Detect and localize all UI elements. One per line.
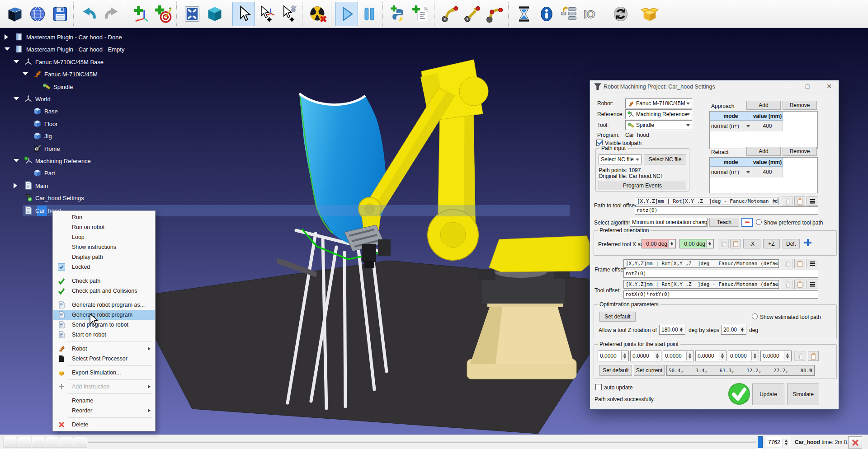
skip-to-start-button[interactable]	[4, 437, 17, 448]
joints-set-current-button[interactable]: Set current	[634, 365, 665, 376]
orientation-y-spinner[interactable]: 0.00 deg	[679, 239, 714, 248]
maximize-button[interactable]: □	[800, 80, 815, 93]
tree-expander-icon[interactable]	[23, 72, 28, 75]
add-python-program-button[interactable]	[387, 2, 410, 26]
approach-add-button[interactable]: Add	[746, 101, 781, 110]
tree-item-car-hood-settings[interactable]: Car_hood Settings	[0, 192, 163, 204]
play-button[interactable]	[335, 2, 358, 26]
tree-item-mastercam-plugin-car-hood-done[interactable]: Mastercam Plugin - Car hood - Done	[0, 31, 163, 43]
tool-offset-menu-button[interactable]	[807, 280, 818, 289]
approach-value-cell[interactable]: 400	[752, 121, 783, 131]
frame-offset-paste-button[interactable]	[794, 259, 805, 268]
tree-item-mastercam-plugin-car-hood-empty[interactable]: Mastercam Plugin - Car hood - Empty	[0, 43, 163, 56]
path-offset-input[interactable]: rotz(0)	[635, 206, 818, 215]
stop-close-button[interactable]	[848, 436, 862, 449]
io-instruction-button[interactable]: IO	[580, 2, 603, 26]
tree-expander-icon[interactable]	[14, 183, 17, 188]
orientation-paste-button[interactable]	[730, 239, 741, 248]
menu-item-generate-robot-program[interactable]: Generate robot program	[53, 310, 155, 320]
remove-orientation-button[interactable]	[741, 218, 753, 227]
spinner-arrows-icon[interactable]	[783, 438, 789, 447]
nc-file-select[interactable]: Select NC file	[599, 154, 642, 164]
skip-to-end-button[interactable]	[60, 437, 73, 448]
minimize-button[interactable]: –	[779, 80, 794, 93]
menu-item-reorder[interactable]: Reorder	[53, 406, 155, 416]
show-preferred-radio[interactable]	[756, 219, 762, 225]
menu-item-run-on-robot[interactable]: Run on robot	[53, 222, 155, 232]
menu-item-delete[interactable]: Delete	[53, 420, 155, 430]
tree-item-floor[interactable]: Floor	[0, 118, 163, 130]
menu-item-show-instructions[interactable]: Show instructions	[53, 242, 155, 252]
show-estimated-radio[interactable]	[752, 313, 758, 319]
spinner-arrows-icon[interactable]	[678, 326, 684, 334]
robot-select[interactable]: Fanuc M-710iC/45M	[625, 98, 692, 108]
frame-offset-format-select[interactable]: [X,Y,Z]mm | Rot[X,Y ,Z ]deg - Fanuc/Moto…	[623, 259, 779, 268]
approach-remove-button[interactable]: Remove	[783, 101, 817, 110]
tree-item-main[interactable]: Main	[0, 180, 163, 192]
orientation-x-spinner[interactable]: 0.00 deg	[642, 239, 676, 248]
tree-expander-icon[interactable]	[5, 47, 10, 51]
frame-offset-menu-button[interactable]	[807, 259, 818, 268]
open-online-library-button[interactable]	[26, 2, 49, 26]
move-tool-cursor-button[interactable]	[278, 2, 300, 26]
add-program-button[interactable]	[410, 2, 432, 26]
spinner-arrows-icon[interactable]	[621, 351, 628, 360]
fast-forward-button[interactable]	[46, 437, 59, 448]
menu-item-generate-robot-program-as-[interactable]: Generate robot program as...	[53, 300, 155, 310]
current-joints-select[interactable]: 50.4, 3.4, -61.3, 12.2, -27.2, -80.3	[666, 365, 815, 376]
rotation-range-spinner[interactable]: 180.00	[659, 325, 685, 335]
add-reference-frame-button[interactable]	[129, 2, 152, 26]
menu-item-locked[interactable]: Locked	[53, 262, 155, 272]
tree-item-machining-reference[interactable]: Machining Reference	[0, 155, 163, 167]
move-joint-instruction-button[interactable]	[439, 2, 461, 26]
tree-item-home[interactable]: Home	[0, 143, 163, 155]
retract-mode-select[interactable]: normal (n+)	[710, 167, 752, 178]
joint-4-spinner[interactable]: 0.0000	[695, 351, 726, 361]
fit-view-button[interactable]	[181, 2, 203, 26]
save-button[interactable]	[49, 2, 71, 26]
dialog-titlebar[interactable]: Robot Machining Project: Car_hood Settin…	[590, 80, 839, 93]
isometric-view-button[interactable]	[203, 2, 226, 26]
spinner-arrows-icon[interactable]	[686, 351, 693, 360]
select-cursor-button[interactable]	[232, 2, 255, 26]
menu-item-display-path[interactable]: Display path	[53, 252, 155, 262]
tool-offset-input[interactable]: rotX(0)*rotY(0)	[623, 290, 818, 299]
path-offset-copy-button[interactable]	[782, 196, 793, 206]
tree-expander-icon[interactable]	[14, 60, 19, 63]
tree-item-part[interactable]: Part	[0, 167, 163, 179]
redo-button[interactable]	[100, 2, 123, 26]
spinner-arrows-icon[interactable]	[706, 240, 713, 248]
tree-item-fanuc-m-710ic-45m-base[interactable]: Fanuc M-710iC/45M Base	[0, 56, 163, 68]
algorithm-select[interactable]: Minimum tool orientation change	[630, 218, 708, 227]
pause-sim-button[interactable]	[18, 437, 31, 448]
joint-1-spinner[interactable]: 0.0000	[598, 351, 629, 361]
update-button[interactable]: Update	[752, 384, 784, 405]
replay-button[interactable]	[74, 437, 87, 448]
joints-paste-button[interactable]	[808, 351, 819, 361]
retract-add-button[interactable]: Add	[746, 147, 781, 156]
menu-item-check-path-and-collisions[interactable]: Check path and Collisions	[53, 286, 155, 296]
move-reference-cursor-button[interactable]	[255, 2, 278, 26]
reference-select[interactable]: Machining Reference	[625, 109, 692, 119]
spinner-arrows-icon[interactable]	[719, 351, 726, 360]
menu-item-run[interactable]: Run	[53, 212, 155, 222]
tree-item-base[interactable]: Base	[0, 105, 163, 117]
retract-value-cell[interactable]: 400	[752, 167, 783, 178]
pause-button[interactable]	[358, 2, 381, 26]
tree-expander-icon[interactable]	[14, 159, 19, 162]
retract-remove-button[interactable]: Remove	[783, 147, 817, 156]
export-simulation-button[interactable]	[638, 2, 661, 26]
joint-2-spinner[interactable]: 0.0000	[630, 351, 661, 361]
select-nc-file-button[interactable]: Select NC file	[644, 154, 686, 164]
joint-6-spinner[interactable]: 0.0000	[760, 351, 792, 361]
close-button[interactable]: ✕	[821, 80, 837, 93]
menu-item-start-on-robot[interactable]: Start on robot	[53, 330, 155, 340]
move-circular-instruction-button[interactable]	[484, 2, 506, 26]
def-button[interactable]: Def.	[783, 239, 800, 248]
plus-z-button[interactable]: +Z	[763, 239, 780, 248]
tree-expander-icon[interactable]	[14, 97, 19, 100]
optimization-set-default-button[interactable]: Set default	[599, 312, 636, 322]
joints-set-default-button[interactable]: Set default	[599, 365, 632, 376]
menu-item-loop[interactable]: Loop	[53, 232, 155, 242]
joint-5-spinner[interactable]: 0.0000	[728, 351, 759, 361]
